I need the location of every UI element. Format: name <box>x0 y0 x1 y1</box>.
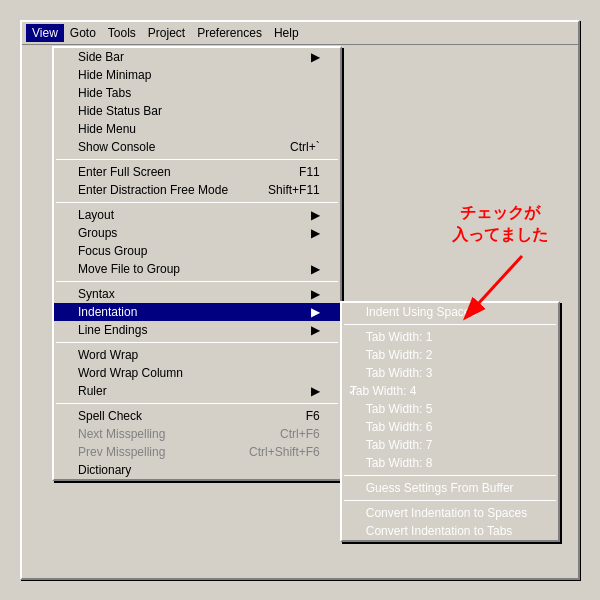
menu-full-screen[interactable]: Enter Full Screen F11 <box>54 163 340 181</box>
main-window: View Goto Tools Project Preferences Help… <box>20 20 580 580</box>
submenu-tab-width-5[interactable]: Tab Width: 5 <box>342 400 558 418</box>
submenu-arrow-icon: ▶ <box>311 208 320 222</box>
menu-show-console[interactable]: Show Console Ctrl+` <box>54 138 340 156</box>
menubar-view[interactable]: View <box>26 24 64 42</box>
menu-layout[interactable]: Layout ▶ <box>54 206 340 224</box>
menubar-project[interactable]: Project <box>142 24 191 42</box>
menu-ruler[interactable]: Ruler ▶ <box>54 382 340 400</box>
menu-sidebar[interactable]: Side Bar ▶ <box>54 48 340 66</box>
menu-indentation[interactable]: Indentation ▶ Indent Using Spaces Tab Wi… <box>54 303 340 321</box>
submenu-arrow-icon: ▶ <box>311 226 320 240</box>
menubar-tools[interactable]: Tools <box>102 24 142 42</box>
menu-syntax[interactable]: Syntax ▶ <box>54 285 340 303</box>
submenu-arrow-icon: ▶ <box>311 384 320 398</box>
submenu-tab-width-3[interactable]: Tab Width: 3 <box>342 364 558 382</box>
menubar: View Goto Tools Project Preferences Help <box>22 22 578 45</box>
menu-prev-misspelling: Prev Misspelling Ctrl+Shift+F6 <box>54 443 340 461</box>
submenu-convert-spaces[interactable]: Convert Indentation to Spaces <box>342 504 558 522</box>
separator-1 <box>56 159 338 160</box>
submenu-convert-tabs[interactable]: Convert Indentation to Tabs <box>342 522 558 540</box>
menu-move-file[interactable]: Move File to Group ▶ <box>54 260 340 278</box>
menu-dictionary[interactable]: Dictionary <box>54 461 340 479</box>
view-menu: Side Bar ▶ Hide Minimap Hide Tabs Hide S… <box>52 46 342 481</box>
menu-focus-group[interactable]: Focus Group <box>54 242 340 260</box>
submenu-tab-width-7[interactable]: Tab Width: 7 <box>342 436 558 454</box>
indentation-submenu: Indent Using Spaces Tab Width: 1 Tab Wid… <box>340 301 560 542</box>
submenu-arrow-icon: ▶ <box>311 305 320 319</box>
menu-hide-menu[interactable]: Hide Menu <box>54 120 340 138</box>
submenu-tab-width-4[interactable]: ✓ Tab Width: 4 <box>342 382 558 400</box>
submenu-sep-2 <box>344 475 556 476</box>
annotation-arrow-icon <box>452 251 542 331</box>
separator-5 <box>56 403 338 404</box>
annotation-text: チェックが入ってました <box>452 202 548 247</box>
menu-word-wrap[interactable]: Word Wrap <box>54 346 340 364</box>
separator-2 <box>56 202 338 203</box>
submenu-guess-settings[interactable]: Guess Settings From Buffer <box>342 479 558 497</box>
submenu-sep-3 <box>344 500 556 501</box>
submenu-tab-width-6[interactable]: Tab Width: 6 <box>342 418 558 436</box>
menubar-preferences[interactable]: Preferences <box>191 24 268 42</box>
menu-next-misspelling: Next Misspelling Ctrl+F6 <box>54 425 340 443</box>
menu-hide-tabs[interactable]: Hide Tabs <box>54 84 340 102</box>
submenu-tab-width-8[interactable]: Tab Width: 8 <box>342 454 558 472</box>
menubar-goto[interactable]: Goto <box>64 24 102 42</box>
submenu-arrow-icon: ▶ <box>311 287 320 301</box>
separator-3 <box>56 281 338 282</box>
menu-groups[interactable]: Groups ▶ <box>54 224 340 242</box>
submenu-tab-width-2[interactable]: Tab Width: 2 <box>342 346 558 364</box>
menu-spell-check[interactable]: Spell Check F6 <box>54 407 340 425</box>
submenu-arrow-icon: ▶ <box>311 262 320 276</box>
menu-hide-minimap[interactable]: Hide Minimap <box>54 66 340 84</box>
menu-line-endings[interactable]: Line Endings ▶ <box>54 321 340 339</box>
menu-hide-status-bar[interactable]: Hide Status Bar <box>54 102 340 120</box>
svg-line-1 <box>467 256 522 316</box>
annotation: チェックが入ってました <box>452 202 548 331</box>
separator-4 <box>56 342 338 343</box>
menu-distraction-free[interactable]: Enter Distraction Free Mode Shift+F11 <box>54 181 340 199</box>
submenu-arrow-icon: ▶ <box>311 323 320 337</box>
menu-word-wrap-col[interactable]: Word Wrap Column <box>54 364 340 382</box>
menubar-help[interactable]: Help <box>268 24 305 42</box>
checkmark-icon: ✓ <box>348 384 358 398</box>
submenu-arrow-icon: ▶ <box>311 50 320 64</box>
